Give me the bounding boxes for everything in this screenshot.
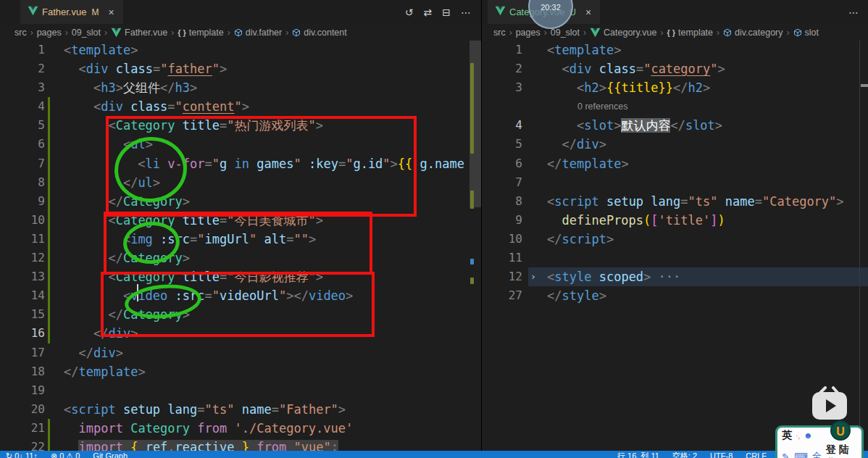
code-line-8[interactable]: 8<script setup lang="ts" name="Category"… (482, 192, 868, 211)
breadcrumb-item-category-vue[interactable]: Category.vue (590, 28, 656, 38)
code-line-1[interactable]: 1<template> (482, 41, 868, 59)
gutter (522, 173, 528, 192)
code-line-11[interactable]: 11 <img :src="imgUrl" alt=""> (0, 230, 481, 249)
code-line-13[interactable]: 13 <Category title="今日影视推荐"> (0, 267, 481, 286)
code-line-7[interactable]: 7 <li v-for="g in games" :key="g.id">{{ … (0, 154, 481, 173)
close-icon[interactable]: × (584, 7, 593, 18)
line-number: 2 (482, 59, 522, 78)
code-line-2[interactable]: 2 <div class="father"> (0, 59, 481, 78)
status-item[interactable]: ↻ 0↓ 11↑ (6, 451, 38, 458)
git-added-gutter (45, 173, 51, 192)
code-text: <style scoped> ··· (538, 267, 868, 286)
split-editor-icon[interactable]: ⊟ (442, 7, 451, 18)
fullwidth-icon[interactable]: 全 (812, 450, 822, 458)
code-line-4[interactable]: 4 <slot>默认内容</slot> (482, 116, 868, 135)
code-line-6[interactable]: 6 <ul> (0, 135, 481, 154)
tv-play-watermark-icon (809, 386, 850, 422)
breadcrumb-item-pages[interactable]: pages (37, 28, 62, 38)
ime-mode[interactable]: 英 (782, 429, 792, 442)
code-line-4[interactable]: 4 <div class="content"> (0, 97, 481, 116)
code-text: </script> (538, 230, 868, 249)
git-added-gutter (45, 305, 51, 324)
status-item[interactable]: 行 16, 列 11 (617, 451, 659, 458)
code-line-11[interactable]: 11 (482, 249, 868, 267)
breadcrumb-item-template[interactable]: { }template (178, 28, 224, 38)
code-line-1[interactable]: 1<template> (0, 41, 481, 59)
code-line-21[interactable]: 21 import Category from './Category.vue' (0, 419, 481, 438)
fold-gutter (528, 154, 538, 173)
more-actions-icon[interactable]: ⋯ (461, 7, 471, 18)
code-line-20[interactable]: 20<script setup lang="ts" name="Father"> (0, 400, 481, 419)
close-icon[interactable]: × (107, 7, 115, 18)
gutter (45, 362, 51, 381)
breadcrumb-item-src[interactable]: src (14, 28, 27, 38)
code-line-12[interactable]: 12›<style scoped> ··· (482, 267, 868, 286)
code-line-10[interactable]: 10</script> (482, 230, 868, 249)
gutter (522, 230, 528, 249)
tab-father-vue[interactable]: Father.vue M × (20, 0, 123, 24)
gutter (522, 59, 528, 78)
line-number: 7 (482, 173, 522, 192)
line-number: 21 (0, 419, 45, 438)
code-line-19[interactable]: 19 (0, 381, 481, 400)
line-number: 13 (0, 267, 45, 286)
code-line-16[interactable]: 16 </div> (0, 324, 481, 343)
breadcrumb-item-09-slot[interactable]: 09_slot (551, 28, 580, 38)
codelens-row[interactable]: 0 references (482, 97, 868, 116)
breadcrumb-item-div-content[interactable]: div.content (292, 28, 347, 38)
status-item[interactable]: CRLF (746, 451, 767, 458)
code-line-9[interactable]: 9 </Category> (0, 192, 481, 211)
code-line-8[interactable]: 8 </ul> (0, 173, 481, 192)
code-line-15[interactable]: 15 </Category> (0, 305, 481, 324)
breadcrumb-item-src[interactable]: src (493, 28, 506, 38)
breadcrumb-item-pages[interactable]: pages (516, 28, 541, 38)
breadcrumb-item-div-father[interactable]: div.father (234, 28, 283, 38)
code-line-10[interactable]: 10 <Category title="今日美食城市"> (0, 211, 481, 230)
pen-icon[interactable]: ✎ (782, 451, 790, 458)
line-number: 3 (482, 78, 522, 97)
code-line-3[interactable]: 3 <h2>{{title}}</h2> (482, 78, 868, 97)
code-line-14[interactable]: 14 <video :src="videoUrl"></video> (0, 286, 481, 305)
status-item[interactable]: Git Graph (93, 451, 128, 458)
code-line-3[interactable]: 3 <h3>父组件</h3> (0, 78, 481, 97)
code-editor-father[interactable]: 1<template>2 <div class="father">3 <h3>父… (0, 41, 481, 458)
fold-gutter (528, 41, 538, 59)
line-number: 11 (0, 230, 45, 249)
status-left: ↻ 0↓ 11↑⊗ 0 ⚠ 0Git Graph (0, 451, 128, 458)
code-line-17[interactable]: 17 </div> (0, 344, 481, 362)
scrollbar-left[interactable] (470, 41, 481, 451)
code-line-5[interactable]: 5 <Category title="热门游戏列表"> (0, 116, 481, 135)
code-line-27[interactable]: 27</style> (482, 286, 868, 305)
code-line-12[interactable]: 12 </Category> (0, 249, 481, 267)
scrollbar-right[interactable] (859, 41, 868, 458)
chevron-right-icon: › (787, 28, 790, 38)
code-line-7[interactable]: 7 (482, 173, 868, 192)
line-number: 8 (482, 192, 522, 211)
status-item[interactable]: UTF-8 (710, 451, 733, 458)
more-actions-icon[interactable]: ⋯ (848, 7, 859, 18)
code-line-9[interactable]: 9 defineProps(['title']) (482, 211, 868, 230)
line-number: 11 (482, 249, 522, 267)
overview-cursor-mark (861, 84, 868, 87)
code-text: <Category title="今日美食城市"> (51, 211, 481, 230)
breadcrumb-item-09-slot[interactable]: 09_slot (72, 28, 101, 38)
code-line-6[interactable]: 6</template> (482, 154, 868, 173)
code-line-5[interactable]: 5 </div> (482, 135, 868, 154)
status-item[interactable]: 空格: 2 (672, 451, 697, 458)
code-line-18[interactable]: 18</template> (0, 362, 481, 381)
timeline-history-icon[interactable]: ↺ (405, 7, 414, 18)
user-icon[interactable]: ☻ (804, 430, 813, 441)
breadcrumb-item-father-vue[interactable]: Father.vue (111, 28, 167, 38)
chevron-right-icon: › (171, 28, 174, 38)
fold-gutter (528, 78, 538, 97)
keyboard-icon[interactable]: ⌨ (794, 451, 808, 458)
breadcrumb-item-template[interactable]: { }template (667, 28, 713, 38)
status-item[interactable]: ⊗ 0 ⚠ 0 (51, 451, 80, 458)
open-changes-icon[interactable]: ⇄ (424, 7, 433, 18)
ime-u-badge[interactable]: U (830, 420, 851, 441)
breadcrumb-item-div-category[interactable]: div.category (723, 28, 783, 38)
code-text: <ul> (51, 135, 481, 154)
fold-chevron-icon[interactable]: › (528, 267, 538, 286)
breadcrumb-item-slot[interactable]: slot (793, 28, 819, 38)
code-line-2[interactable]: 2 <div class="category"> (482, 59, 868, 78)
